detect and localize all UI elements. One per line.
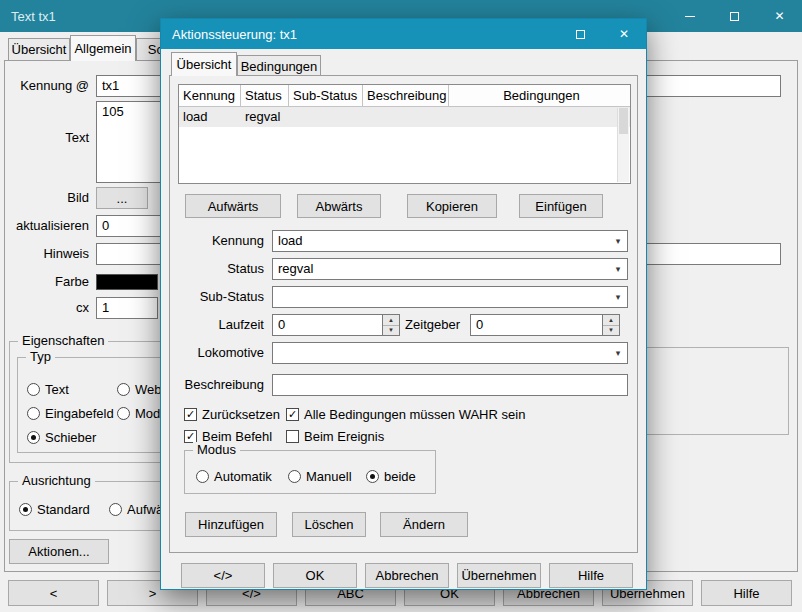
einfuegen-button[interactable]: Einfügen [519, 194, 603, 218]
aufwaerts-button[interactable]: Aufwärts [185, 194, 281, 218]
screen: Text tx1 ✕ Übersicht Allgemein Sch Kennu… [0, 0, 802, 612]
minimize-icon [685, 16, 695, 17]
radio-icon [288, 470, 301, 483]
status-combobox[interactable]: regval ▾ [272, 258, 628, 280]
checkbox-icon: ✓ [184, 430, 197, 443]
radio-beide[interactable]: beide [366, 468, 416, 484]
back-tab-uebersicht[interactable]: Übersicht [8, 38, 70, 60]
radio-schieber[interactable]: Schieber [27, 429, 96, 445]
back-window-controls: ✕ [667, 0, 802, 32]
checkbox-alle-bedingungen[interactable]: ✓ Alle Bedingungen müssen WAHR sein [286, 406, 525, 422]
zeitgeber-label: Zeitgeber [398, 314, 460, 336]
spin-up-icon[interactable]: ▲ [383, 315, 399, 325]
back-hilfe-button[interactable]: Hilfe [701, 580, 792, 606]
checkbox-icon: ✓ [286, 408, 299, 421]
eigenschaften-legend: Eigenschaften [18, 333, 108, 348]
checkbox-icon: ✓ [184, 408, 197, 421]
spin-up-icon[interactable]: ▲ [603, 315, 619, 325]
radio-eingabefeld[interactable]: Eingabefeld [27, 405, 114, 421]
ausrichtung-legend: Ausrichtung [18, 473, 95, 488]
lokomotive-combobox[interactable]: ▾ [272, 342, 628, 364]
table-scrollbar[interactable] [617, 108, 629, 182]
radio-icon [196, 470, 209, 483]
radio-icon [109, 503, 122, 516]
header-sub-status[interactable]: Sub-Status [289, 85, 363, 106]
radio-web[interactable]: Web [117, 381, 162, 397]
hinweis-label: Hinweis [5, 243, 89, 265]
dialog-controls: ✕ [558, 19, 646, 49]
hinzufuegen-button[interactable]: Hinzufügen [185, 512, 277, 537]
checkbox-beim-ereignis[interactable]: Beim Ereignis [286, 428, 384, 444]
radio-standard[interactable]: Standard [19, 501, 90, 517]
kennung-combobox[interactable]: load ▾ [272, 230, 628, 252]
radio-manuell[interactable]: Manuell [288, 468, 352, 484]
cell-beschreibung [363, 107, 449, 127]
cell-bedingungen [449, 107, 630, 127]
nav-prev-button[interactable]: < [8, 580, 99, 606]
radio-icon [27, 383, 40, 396]
aktionssteuerung-dialog: Aktionssteuerung: tx1 ✕ Übersicht Beding… [160, 18, 647, 590]
dialog-tab-uebersicht[interactable]: Übersicht [171, 52, 237, 76]
dialog-hilfe-button[interactable]: Hilfe [549, 563, 633, 588]
dialog-abbrechen-button[interactable]: Abbrechen [365, 563, 449, 588]
spin-buttons[interactable]: ▲ ▼ [603, 314, 620, 336]
kopieren-button[interactable]: Kopieren [407, 194, 497, 218]
radio-icon [19, 503, 32, 516]
radio-text[interactable]: Text [27, 381, 69, 397]
dialog-xml-button[interactable]: </> [181, 563, 265, 588]
radio-icon [117, 383, 130, 396]
checkbox-zuruecksetzen[interactable]: ✓ Zurücksetzen [184, 406, 280, 422]
text-label: Text [5, 127, 89, 149]
cx-field[interactable]: 1 [96, 297, 158, 319]
dlg-substatus-label: Sub-Status [170, 286, 264, 308]
actions-table: Kennung Status Sub-Status Beschreibung B… [178, 84, 631, 184]
aendern-button[interactable]: Ändern [380, 512, 468, 537]
sub-status-combobox[interactable]: ▾ [272, 286, 628, 308]
dialog-tab-bedingungen[interactable]: Bedingungen [237, 55, 321, 76]
spin-down-icon[interactable]: ▼ [383, 325, 399, 336]
dlg-kennung-label: Kennung [170, 230, 264, 252]
header-bedingungen[interactable]: Bedingungen [449, 85, 630, 106]
maximize-icon [576, 30, 585, 39]
dialog-panel: Kennung Status Sub-Status Beschreibung B… [169, 75, 638, 553]
minimize-button[interactable] [667, 0, 712, 32]
loeschen-button[interactable]: Löschen [292, 512, 366, 537]
dlg-status-label: Status [170, 258, 264, 280]
chevron-down-icon: ▾ [609, 231, 627, 251]
laufzeit-stepper[interactable]: 0 ▲ ▼ [272, 314, 400, 336]
chevron-down-icon: ▾ [609, 259, 627, 279]
cell-sub-status [289, 107, 363, 127]
maximize-icon [730, 12, 739, 21]
header-beschreibung[interactable]: Beschreibung [363, 85, 449, 106]
farbe-color-swatch[interactable] [96, 274, 158, 290]
radio-automatik[interactable]: Automatik [196, 468, 272, 484]
spin-down-icon[interactable]: ▼ [603, 325, 619, 336]
back-window-title: Text tx1 [0, 9, 56, 24]
header-status[interactable]: Status [241, 85, 289, 106]
dialog-uebernehmen-button[interactable]: Übernehmen [457, 563, 541, 588]
header-kennung[interactable]: Kennung [179, 85, 241, 106]
typ-legend: Typ [26, 349, 55, 364]
radio-mod[interactable]: Mod [117, 405, 160, 421]
back-tab-allgemein[interactable]: Allgemein [70, 35, 136, 61]
dialog-ok-button[interactable]: OK [273, 563, 357, 588]
zeitgeber-stepper[interactable]: 0 ▲ ▼ [470, 314, 620, 336]
beschreibung-field[interactable] [272, 374, 628, 396]
close-button[interactable]: ✕ [757, 0, 802, 32]
close-icon: ✕ [774, 10, 784, 22]
aktionen-button[interactable]: Aktionen... [9, 539, 109, 564]
modus-legend: Modus [193, 442, 240, 457]
cell-kennung: load [179, 107, 241, 127]
dialog-maximize-button[interactable] [558, 19, 602, 49]
scrollbar-thumb[interactable] [619, 108, 628, 134]
farbe-label: Farbe [5, 271, 89, 293]
aktualisieren-label: aktualisieren [5, 215, 89, 237]
maximize-button[interactable] [712, 0, 757, 32]
radio-icon [27, 431, 40, 444]
laufzeit-label: Laufzeit [170, 314, 264, 336]
bild-browse-button[interactable]: ... [96, 187, 148, 209]
dialog-titlebar[interactable]: Aktionssteuerung: tx1 ✕ [161, 19, 646, 49]
abwaerts-button[interactable]: Abwärts [297, 194, 381, 218]
table-row[interactable]: load regval [179, 107, 630, 127]
dialog-close-button[interactable]: ✕ [602, 19, 646, 49]
